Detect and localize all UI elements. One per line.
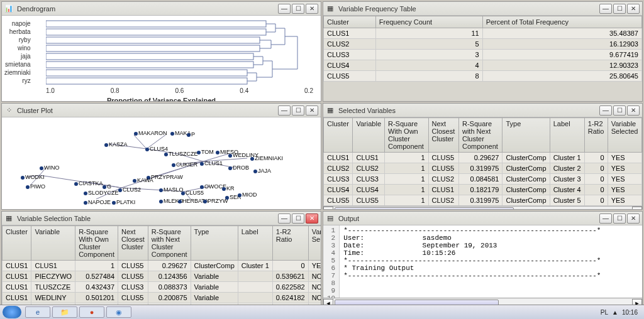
column-header[interactable]: 1-R2 Ratio	[272, 226, 308, 261]
tray-clock[interactable]: 10:16	[622, 309, 638, 316]
column-header[interactable]: Variable Selected	[608, 118, 641, 153]
system-tray[interactable]: PL ▲ 10:16	[601, 309, 641, 316]
cluster-node: CLUS2	[118, 187, 141, 193]
selected-hscroll[interactable]: ◄ ►	[323, 206, 642, 209]
column-header[interactable]: Next Closest Cluster	[428, 118, 458, 153]
maximize-button[interactable]: ☐	[613, 214, 626, 224]
maximize-button[interactable]: ☐	[292, 4, 304, 14]
varsel-title: Variable Selection Table	[16, 215, 278, 222]
column-header[interactable]: Cluster	[324, 118, 353, 153]
cluster-node: NAPOJE	[84, 199, 111, 205]
column-header[interactable]: Label	[238, 226, 272, 261]
column-header[interactable]: Variable	[353, 118, 385, 153]
svg-rect-6	[46, 70, 247, 76]
dendrogram-titlebar[interactable]: 📊 Dendrogram — ☐ ✕	[2, 2, 321, 16]
table-row[interactable]: CLUS3CLUS31CLUS20.084581ClusterCompClust…	[324, 174, 642, 185]
col-count[interactable]: Frequency Count	[375, 16, 482, 28]
maximize-button[interactable]: ☐	[292, 105, 304, 116]
cluster-node: ZIEMNIAKI	[250, 155, 283, 161]
col-cluster[interactable]: Cluster	[324, 16, 376, 28]
column-header[interactable]: Type	[502, 118, 550, 153]
varsel-titlebar[interactable]: ▦ Variable Selection Table — ☐ ✕	[2, 212, 321, 225]
column-header[interactable]: R-Square With Own Cluster Component	[75, 226, 118, 261]
cluster-node: TLUSZCZE	[164, 151, 198, 157]
freq-titlebar[interactable]: ▦ Variable Frequency Table — ☐ ✕	[323, 2, 642, 16]
table-row[interactable]: CLUS5CLUS51CLUS20.319975ClusterCompClust…	[324, 195, 642, 206]
cluster-node: MAKARON	[134, 130, 167, 136]
minimize-button[interactable]: —	[599, 214, 612, 224]
svg-rect-5	[46, 62, 253, 68]
task-button[interactable]: ◉	[106, 306, 131, 318]
cluster-node: CIASTKA	[74, 180, 103, 187]
table-row[interactable]: CLUS4412.90323	[324, 60, 642, 71]
selected-titlebar[interactable]: ▦ Selected Variables — ☐ ✕	[323, 104, 642, 117]
cluster-plot-titlebar[interactable]: ⁘ Cluster Plot — ☐ ✕	[2, 104, 321, 117]
dendrogram-icon: 📊	[4, 4, 13, 13]
table-row[interactable]: CLUS339.677419	[324, 50, 642, 60]
table-row[interactable]: CLUS11135.48387	[324, 28, 642, 39]
close-button[interactable]: ✕	[306, 105, 318, 116]
scroll-right-button[interactable]: ►	[632, 207, 642, 209]
table-row[interactable]: CLUS4CLUS41CLUS10.182179ClusterCompClust…	[324, 185, 642, 195]
column-header[interactable]: Cluster	[3, 226, 31, 261]
column-header[interactable]: R-Square with Next Cluster Component	[148, 226, 191, 261]
column-header[interactable]: 1-R2 Ratio	[584, 118, 608, 153]
table-row[interactable]: CLUS1TLUSZCZE0.432437CLUS30.088373Variab…	[3, 282, 321, 293]
column-header[interactable]: Variable	[31, 226, 75, 261]
col-pct[interactable]: Percent of Total Frequency	[482, 16, 641, 28]
freq-panel: ▦ Variable Frequency Table — ☐ ✕ Cluster…	[323, 1, 643, 102]
maximize-button[interactable]: ☐	[613, 4, 626, 14]
task-button[interactable]: e	[25, 306, 50, 318]
output-text[interactable]: *---------------------------------------…	[340, 225, 604, 298]
close-button[interactable]: ✕	[627, 4, 640, 14]
column-header[interactable]: Label	[550, 118, 584, 153]
output-panel: ▤ Output — ☐ ✕ 12345678910 *------------…	[323, 211, 643, 308]
maximize-button[interactable]: ☐	[613, 105, 626, 116]
cluster-node: SLODYCZE	[84, 190, 119, 196]
close-button[interactable]: ✕	[306, 4, 318, 14]
minimize-button[interactable]: —	[599, 4, 612, 14]
table-row[interactable]: CLUS1PIECZYWO0.527484CLUS50.124356Variab…	[3, 271, 321, 282]
column-header[interactable]: Type	[191, 226, 238, 261]
minimize-button[interactable]: —	[278, 4, 291, 14]
minimize-button[interactable]: —	[278, 105, 291, 116]
cluster-node: PIWO	[26, 183, 45, 190]
cluster-node: MASLO	[159, 187, 184, 193]
column-header[interactable]: Variable Selected	[308, 226, 321, 261]
close-button[interactable]: ✕	[627, 214, 640, 224]
column-header[interactable]: R-Square With Own Cluster Component	[385, 118, 429, 153]
cluster-node: WINO	[40, 165, 60, 171]
cluster-plot-panel: ⁘ Cluster Plot — ☐ ✕	[1, 103, 321, 210]
table-row[interactable]: CLUS1CLUS11CLUS50.29627ClusterCompCluste…	[324, 153, 642, 163]
scatter-icon: ⁘	[4, 106, 13, 115]
column-header[interactable]: R-Square with Next Cluster Component	[458, 118, 502, 153]
scroll-left-button[interactable]: ◄	[323, 207, 333, 209]
close-button[interactable]: ✕	[627, 105, 640, 116]
table-row[interactable]: CLUS2516.12903	[324, 39, 642, 50]
table-row[interactable]: CLUS2CLUS21CLUS50.319975ClusterCompClust…	[324, 163, 642, 174]
close-button[interactable]: ✕	[306, 214, 318, 224]
svg-rect-0	[46, 21, 266, 27]
table-row[interactable]: CLUS1CLUS11CLUS50.29627ClusterCompCluste…	[3, 261, 321, 271]
output-titlebar[interactable]: ▤ Output — ☐ ✕	[323, 212, 642, 225]
cluster-node: CLUS5	[181, 190, 204, 196]
table-row[interactable]: CLUS5825.80645	[324, 71, 642, 82]
task-button[interactable]: 📁	[52, 306, 77, 318]
cluster-node: CUKIER	[172, 161, 197, 168]
dendrogram-body: napoje herbata ryby wino jaja smietana z…	[2, 16, 321, 101]
table-row[interactable]: CLUS1WEDLINY0.501201CLUS50.200875Variabl…	[3, 293, 321, 303]
maximize-button[interactable]: ☐	[292, 214, 304, 224]
cluster-node: KAWA	[133, 177, 153, 183]
dendrogram-svg	[46, 19, 310, 85]
tray-lang[interactable]: PL	[601, 309, 608, 316]
column-header[interactable]: Next Closest Cluster	[118, 226, 148, 261]
start-button[interactable]	[3, 306, 21, 318]
cluster-node: PRZYW	[203, 198, 228, 204]
minimize-button[interactable]: —	[599, 105, 612, 116]
svg-rect-4	[46, 53, 253, 60]
dendrogram-panel: 📊 Dendrogram — ☐ ✕ napoje herbata ryby w…	[1, 1, 321, 102]
output-icon: ▤	[326, 214, 335, 223]
task-button[interactable]: ●	[79, 306, 104, 318]
minimize-button[interactable]: —	[278, 214, 291, 224]
freq-body: Cluster Frequency Count Percent of Total…	[323, 16, 642, 101]
